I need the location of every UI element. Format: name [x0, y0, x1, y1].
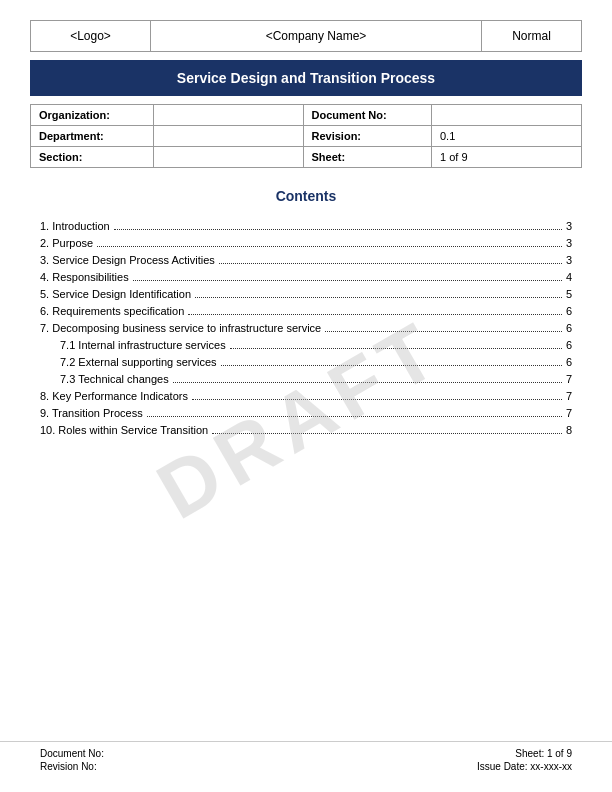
status-text: Normal — [512, 29, 551, 43]
footer-issue-date: Issue Date: xx-xxx-xx — [477, 761, 572, 772]
toc-dots — [219, 263, 562, 264]
logo-text: <Logo> — [70, 29, 111, 43]
toc-item-text: 1. Introduction — [40, 220, 110, 232]
department-value — [153, 126, 303, 147]
toc-item-text: 5. Service Design Identification — [40, 288, 191, 300]
toc-item-text: 3. Service Design Process Activities — [40, 254, 215, 266]
toc-dots — [188, 314, 562, 315]
toc-dots — [173, 382, 562, 383]
toc-item: 7. Decomposing business service to infra… — [40, 322, 572, 334]
toc-item-text: 4. Responsibilities — [40, 271, 129, 283]
toc-item: 7.2 External supporting services6 — [40, 356, 572, 368]
revision-label: Revision: — [303, 126, 431, 147]
footer-sheet: Sheet: 1 of 9 — [477, 748, 572, 759]
toc-page-number: 5 — [566, 288, 572, 300]
page: <Logo> <Company Name> Normal Service Des… — [0, 0, 612, 792]
toc-dots — [114, 229, 562, 230]
toc-item-text: 7. Decomposing business service to infra… — [40, 322, 321, 334]
logo-cell: <Logo> — [31, 21, 151, 52]
company-name-text: <Company Name> — [266, 29, 367, 43]
toc-dots — [192, 399, 562, 400]
toc-item: 3. Service Design Process Activities3 — [40, 254, 572, 266]
footer: Document No: Revision No: Sheet: 1 of 9 … — [0, 741, 612, 772]
toc-dots — [230, 348, 562, 349]
organization-label: Organization: — [31, 105, 154, 126]
section-label: Section: — [31, 147, 154, 168]
contents-title: Contents — [40, 188, 572, 204]
footer-left: Document No: Revision No: — [40, 748, 104, 772]
toc-page-number: 6 — [566, 339, 572, 351]
toc-item: 7.3 Technical changes7 — [40, 373, 572, 385]
toc-page-number: 8 — [566, 424, 572, 436]
toc-item: 9. Transition Process7 — [40, 407, 572, 419]
toc-item: 1. Introduction3 — [40, 220, 572, 232]
toc-item: 4. Responsibilities4 — [40, 271, 572, 283]
toc-item-text: 7.2 External supporting services — [60, 356, 217, 368]
toc-page-number: 6 — [566, 322, 572, 334]
toc-page-number: 7 — [566, 390, 572, 402]
toc-item-text: 7.3 Technical changes — [60, 373, 169, 385]
toc-page-number: 7 — [566, 407, 572, 419]
toc-dots — [147, 416, 562, 417]
toc-page-number: 4 — [566, 271, 572, 283]
title-bar: Service Design and Transition Process — [30, 60, 582, 96]
toc-dots — [195, 297, 562, 298]
sheet-label: Sheet: — [303, 147, 431, 168]
toc-dots — [325, 331, 562, 332]
status-cell: Normal — [482, 21, 582, 52]
toc-item-text: 9. Transition Process — [40, 407, 143, 419]
footer-right: Sheet: 1 of 9 Issue Date: xx-xxx-xx — [477, 748, 572, 772]
document-no-label: Document No: — [303, 105, 431, 126]
toc-item: 7.1 Internal infrastructure services6 — [40, 339, 572, 351]
toc-item-text: 8. Key Performance Indicators — [40, 390, 188, 402]
header-table: <Logo> <Company Name> Normal — [30, 20, 582, 52]
department-label: Department: — [31, 126, 154, 147]
section-value — [153, 147, 303, 168]
company-name-cell: <Company Name> — [151, 21, 482, 52]
toc-item-text: 7.1 Internal infrastructure services — [60, 339, 226, 351]
document-no-value — [432, 105, 582, 126]
toc-item: 2. Purpose3 — [40, 237, 572, 249]
toc-dots — [221, 365, 562, 366]
toc-dots — [97, 246, 562, 247]
revision-value: 0.1 — [432, 126, 582, 147]
toc-item: 8. Key Performance Indicators7 — [40, 390, 572, 402]
toc-page-number: 7 — [566, 373, 572, 385]
toc-item-text: 6. Requirements specification — [40, 305, 184, 317]
footer-document-no-label: Document No: — [40, 748, 104, 759]
toc-list: 1. Introduction32. Purpose33. Service De… — [40, 220, 572, 436]
toc-dots — [133, 280, 562, 281]
toc-page-number: 3 — [566, 254, 572, 266]
toc-item-text: 10. Roles within Service Transition — [40, 424, 208, 436]
toc-item: 6. Requirements specification6 — [40, 305, 572, 317]
toc-item: 5. Service Design Identification5 — [40, 288, 572, 300]
toc-item: 10. Roles within Service Transition8 — [40, 424, 572, 436]
toc-item-text: 2. Purpose — [40, 237, 93, 249]
info-table: Organization: Document No: Department: R… — [30, 104, 582, 168]
contents-section: Contents 1. Introduction32. Purpose33. S… — [0, 168, 612, 461]
organization-value — [153, 105, 303, 126]
toc-dots — [212, 433, 562, 434]
toc-page-number: 6 — [566, 356, 572, 368]
footer-revision-no-label: Revision No: — [40, 761, 104, 772]
toc-page-number: 3 — [566, 237, 572, 249]
toc-page-number: 3 — [566, 220, 572, 232]
document-title: Service Design and Transition Process — [177, 70, 435, 86]
toc-page-number: 6 — [566, 305, 572, 317]
sheet-value: 1 of 9 — [432, 147, 582, 168]
